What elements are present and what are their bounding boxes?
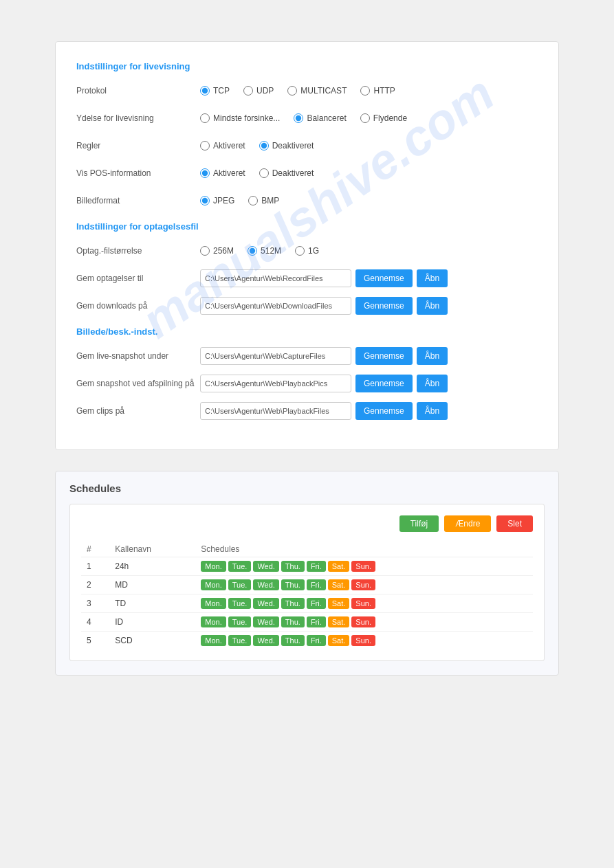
protocol-row: Protokol TCP UDP MULTICAST [76, 81, 538, 100]
protocol-multicast[interactable]: MULTICAST [287, 86, 347, 96]
performance-label: Ydelse for livevisning [76, 113, 200, 123]
day-badge: Fri. [307, 579, 326, 590]
row-name: MD [109, 576, 195, 594]
save-downloads-row: Gem downloads på Gennemse Åbn [76, 296, 538, 315]
save-recordings-open-button[interactable]: Åbn [417, 269, 448, 287]
live-snapshot-input[interactable] [200, 347, 351, 365]
performance-balanced[interactable]: Balanceret [294, 113, 346, 123]
live-snapshot-row: Gem live-snapshot under Gennemse Åbn [76, 346, 538, 366]
format-bmp[interactable]: BMP [248, 196, 279, 205]
protocol-multicast-radio[interactable] [287, 86, 297, 96]
save-clips-open-button[interactable]: Åbn [417, 402, 448, 420]
delete-schedule-button[interactable]: Slet [496, 515, 533, 532]
performance-balanced-radio[interactable] [294, 113, 303, 123]
performance-lowest-label: Mindste forsinke... [213, 113, 280, 123]
pos-disabled-radio[interactable] [259, 168, 269, 178]
pos-enabled-radio[interactable] [200, 168, 210, 178]
table-row[interactable]: 124hMon.Tue.Wed.Thu.Fri.Sat.Sun. [81, 557, 533, 576]
save-clips-input[interactable] [200, 402, 351, 420]
save-downloads-browse-button[interactable]: Gennemse [355, 297, 413, 315]
performance-fluent[interactable]: Flydende [360, 113, 407, 123]
add-schedule-button[interactable]: Tilføj [399, 515, 439, 532]
protocol-tcp[interactable]: TCP [200, 86, 230, 96]
pos-enabled-label: Aktiveret [213, 168, 245, 178]
day-badge: Sat. [328, 579, 350, 590]
protocol-udp[interactable]: UDP [243, 86, 274, 96]
table-row[interactable]: 2MDMon.Tue.Wed.Thu.Fri.Sat.Sun. [81, 576, 533, 594]
day-badge: Tue. [228, 561, 252, 572]
filesize-label: Optag.-filstørrelse [76, 246, 200, 256]
recording-section-title: Indstillinger for optagelsesfil [76, 221, 538, 232]
day-badge: Tue. [228, 635, 252, 646]
table-row[interactable]: 5SCDMon.Tue.Wed.Thu.Fri.Sat.Sun. [81, 632, 533, 650]
day-badge: Mon. [201, 616, 226, 627]
format-jpeg-label: JPEG [213, 196, 234, 205]
imageformat-label: Billedformat [76, 196, 200, 205]
rules-enabled-radio[interactable] [200, 141, 210, 151]
format-bmp-label: BMP [261, 196, 279, 205]
save-clips-label: Gem clips på [76, 406, 200, 416]
playback-snapshot-input[interactable] [200, 375, 351, 392]
live-snapshot-path-row: Gennemse Åbn [200, 347, 448, 365]
day-badge: Mon. [201, 635, 226, 646]
col-schedules: Schedules [195, 542, 533, 557]
live-snapshot-open-button[interactable]: Åbn [417, 347, 448, 365]
day-badge: Wed. [253, 616, 278, 627]
protocol-http[interactable]: HTTP [360, 86, 395, 96]
table-row[interactable]: 4IDMon.Tue.Wed.Thu.Fri.Sat.Sun. [81, 613, 533, 632]
save-downloads-open-button[interactable]: Åbn [417, 297, 448, 315]
performance-lowest-radio[interactable] [200, 113, 210, 123]
rules-enabled[interactable]: Aktiveret [200, 141, 245, 151]
performance-balanced-label: Balanceret [307, 113, 346, 123]
format-bmp-radio[interactable] [248, 196, 258, 205]
performance-lowest[interactable]: Mindste forsinke... [200, 113, 280, 123]
save-downloads-input[interactable] [200, 297, 351, 315]
filesize-1g-radio[interactable] [295, 246, 305, 256]
save-recordings-input[interactable] [200, 269, 351, 287]
rules-label: Regler [76, 141, 200, 151]
table-row[interactable]: 3TDMon.Tue.Wed.Thu.Fri.Sat.Sun. [81, 594, 533, 613]
filesize-512m-radio[interactable] [248, 246, 257, 256]
day-badge: Thu. [281, 598, 305, 609]
protocol-udp-radio[interactable] [243, 86, 253, 96]
format-jpeg-radio[interactable] [200, 196, 210, 205]
format-jpeg[interactable]: JPEG [200, 196, 234, 205]
filesize-256m-radio[interactable] [200, 246, 210, 256]
col-name: Kallenavn [109, 542, 195, 557]
row-days: Mon.Tue.Wed.Thu.Fri.Sat.Sun. [195, 576, 533, 594]
pos-controls: Aktiveret Deaktiveret [200, 168, 314, 178]
rules-controls: Aktiveret Deaktiveret [200, 141, 314, 151]
rules-disabled-radio[interactable] [259, 141, 269, 151]
row-num: 1 [81, 557, 109, 576]
protocol-http-radio[interactable] [360, 86, 370, 96]
edit-schedule-button[interactable]: Ændre [444, 515, 491, 532]
performance-row: Ydelse for livevisning Mindste forsinke.… [76, 109, 538, 128]
protocol-label: Protokol [76, 86, 200, 96]
day-badge: Fri. [307, 598, 326, 609]
playback-snapshot-open-button[interactable]: Åbn [417, 375, 448, 392]
day-badge: Tue. [228, 616, 252, 627]
filesize-256m[interactable]: 256M [200, 246, 234, 256]
row-days: Mon.Tue.Wed.Thu.Fri.Sat.Sun. [195, 557, 533, 576]
filesize-512m[interactable]: 512M [248, 246, 281, 256]
day-badge: Tue. [228, 579, 252, 590]
performance-fluent-radio[interactable] [360, 113, 370, 123]
row-name: 24h [109, 557, 195, 576]
schedules-panel: Schedules Tilføj Ændre Slet # Kallenavn … [55, 471, 559, 676]
filesize-1g[interactable]: 1G [295, 246, 319, 256]
live-snapshot-browse-button[interactable]: Gennemse [355, 347, 413, 365]
day-badge: Thu. [281, 635, 305, 646]
save-clips-browse-button[interactable]: Gennemse [355, 402, 413, 420]
pos-disabled[interactable]: Deaktiveret [259, 168, 314, 178]
pos-disabled-label: Deaktiveret [272, 168, 314, 178]
rules-disabled[interactable]: Deaktiveret [259, 141, 314, 151]
row-days: Mon.Tue.Wed.Thu.Fri.Sat.Sun. [195, 632, 533, 650]
pos-enabled[interactable]: Aktiveret [200, 168, 245, 178]
liveview-section-title: Indstillinger for livevisning [76, 61, 538, 71]
playback-snapshot-browse-button[interactable]: Gennemse [355, 375, 413, 392]
protocol-tcp-radio[interactable] [200, 86, 210, 96]
save-recordings-browse-button[interactable]: Gennemse [355, 269, 413, 287]
day-badge: Sat. [328, 598, 350, 609]
schedules-title: Schedules [69, 482, 545, 494]
save-clips-path-row: Gennemse Åbn [200, 402, 448, 420]
